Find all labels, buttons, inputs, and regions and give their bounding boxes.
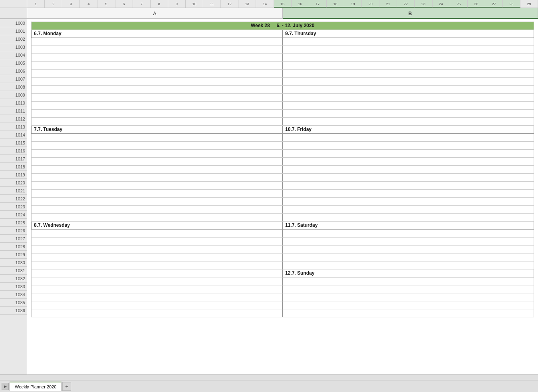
sunday-label[interactable]: 12.7. Sunday	[283, 269, 534, 277]
row-numbers: 1000 1001 1002 1003 1004 1005 1006 1007 …	[0, 19, 27, 374]
table-row[interactable]	[32, 230, 283, 238]
table-row[interactable]	[32, 277, 283, 285]
row-num-header	[0, 8, 27, 19]
table-row[interactable]	[32, 309, 283, 317]
table-row[interactable]	[283, 54, 534, 62]
table-row[interactable]	[283, 134, 534, 142]
friday-label[interactable]: 10.7. Friday	[283, 126, 534, 134]
table-row[interactable]	[283, 166, 534, 174]
table-row[interactable]	[283, 285, 534, 293]
table-row[interactable]	[32, 38, 283, 46]
table-row[interactable]	[283, 62, 534, 70]
table-row[interactable]	[32, 94, 283, 102]
thursday-label[interactable]: 9.7. Thursday	[283, 30, 534, 38]
table-row[interactable]	[283, 142, 534, 150]
table-row[interactable]	[32, 78, 283, 86]
table-row[interactable]	[283, 94, 534, 102]
table-row[interactable]	[283, 190, 534, 198]
table-row[interactable]	[283, 118, 534, 126]
table-row[interactable]	[32, 261, 283, 269]
tab-label: Weekly Planner 2020	[15, 384, 56, 389]
table-row[interactable]	[283, 277, 534, 285]
saturday-label[interactable]: 11.7. Saturday	[283, 222, 534, 230]
table-row[interactable]	[283, 238, 534, 245]
table-row[interactable]	[283, 86, 534, 94]
column-headers: A B	[0, 8, 538, 19]
table-row[interactable]	[32, 86, 283, 94]
col-header-A[interactable]: A	[27, 8, 283, 19]
corner-cell	[0, 0, 27, 8]
date-range: 6. - 12. July 2020	[276, 23, 314, 28]
week-label: Week 28	[251, 23, 270, 28]
table-row[interactable]	[32, 134, 283, 142]
table-row[interactable]	[283, 293, 534, 301]
table-row[interactable]	[283, 158, 534, 166]
table-row[interactable]	[283, 198, 534, 206]
table-row[interactable]	[283, 38, 534, 46]
table-row[interactable]	[32, 158, 283, 166]
table-row[interactable]	[283, 150, 534, 158]
table-row[interactable]	[283, 309, 534, 317]
table-row[interactable]	[32, 166, 283, 174]
table-row[interactable]	[283, 214, 534, 222]
add-sheet-button[interactable]: +	[62, 382, 71, 391]
table-row[interactable]	[283, 301, 534, 309]
table-row[interactable]	[283, 110, 534, 118]
table-row[interactable]	[32, 214, 283, 222]
table-row[interactable]	[32, 70, 283, 78]
table-row[interactable]	[283, 182, 534, 190]
table-row[interactable]	[283, 206, 534, 214]
table-row[interactable]	[32, 301, 283, 309]
tab-bar: ▶ Weekly Planner 2020 +	[0, 380, 538, 392]
table-row[interactable]	[32, 46, 283, 54]
table-row[interactable]	[32, 150, 283, 158]
wednesday-label[interactable]: 8.7. Wednesday	[32, 222, 283, 230]
monday-label[interactable]: 6.7. Monday	[32, 30, 283, 38]
table-row[interactable]	[32, 269, 283, 277]
table-row[interactable]	[283, 261, 534, 269]
table-row[interactable]	[32, 245, 283, 253]
table-row[interactable]	[32, 118, 283, 126]
table-row[interactable]	[32, 238, 283, 245]
table-row[interactable]	[32, 174, 283, 182]
table-row[interactable]	[283, 70, 534, 78]
table-row[interactable]	[32, 206, 283, 214]
horizontal-scrollbar[interactable]	[0, 374, 538, 380]
table-row[interactable]	[32, 253, 283, 261]
table-row[interactable]	[32, 293, 283, 301]
planner-table: Week 28 6. - 12. July 2020 6.7. Monday 9…	[31, 22, 534, 317]
table-row[interactable]	[283, 78, 534, 86]
tab-scroll-left[interactable]: ▶	[2, 383, 9, 390]
table-row[interactable]	[32, 285, 283, 293]
table-row[interactable]	[32, 142, 283, 150]
table-row[interactable]	[32, 182, 283, 190]
table-row[interactable]	[283, 102, 534, 110]
table-row[interactable]	[283, 174, 534, 182]
table-row[interactable]	[32, 102, 283, 110]
table-row[interactable]	[283, 230, 534, 238]
table-row[interactable]	[32, 198, 283, 206]
planner-header: Week 28 6. - 12. July 2020	[32, 22, 534, 30]
spreadsheet-area: 1000 1001 1002 1003 1004 1005 1006 1007 …	[0, 19, 538, 374]
tuesday-label[interactable]: 7.7. Tuesday	[32, 126, 283, 134]
spreadsheet-content: Week 28 6. - 12. July 2020 6.7. Monday 9…	[27, 19, 538, 374]
table-row[interactable]	[32, 190, 283, 198]
col-header-B[interactable]: B	[283, 8, 538, 19]
table-row[interactable]	[283, 245, 534, 253]
table-row[interactable]	[283, 253, 534, 261]
table-row[interactable]	[283, 46, 534, 54]
column-ruler: 1 2 3 4 5 6 7 8 9 10 11 12 13 14 15 16 1…	[27, 0, 538, 8]
table-row[interactable]	[32, 54, 283, 62]
sheet-tab[interactable]: Weekly Planner 2020	[10, 382, 62, 391]
table-row[interactable]	[32, 110, 283, 118]
table-row[interactable]	[32, 62, 283, 70]
